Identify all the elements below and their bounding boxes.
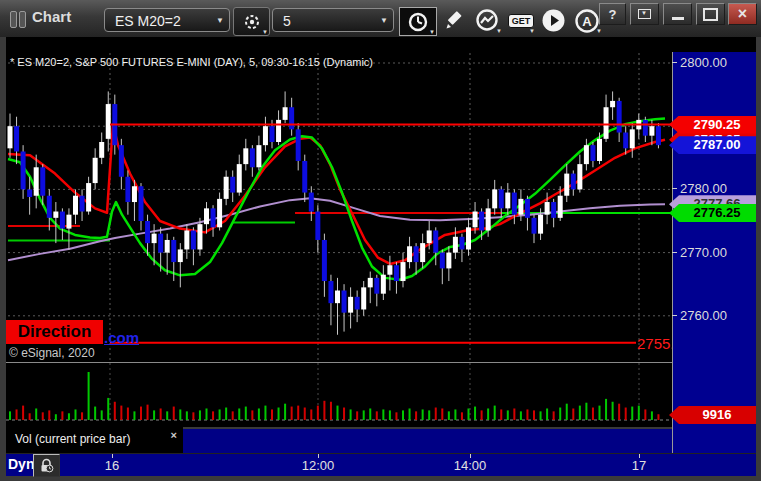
volume-study-label: Vol (current price bar) [15, 432, 130, 446]
direction-indicator-label: Direction [6, 320, 103, 344]
help-icon: ? [609, 7, 617, 22]
chevron-down-icon: ▼ [380, 9, 388, 33]
chart-window: Chart ES M20=2 ▼ ▼ 5 ▼ ▼ [0, 0, 761, 481]
time-label: 14:00 [454, 458, 487, 473]
time-label: 16 [105, 458, 119, 473]
candlestick-plot [6, 37, 672, 362]
time-label: 12:00 [302, 458, 335, 473]
interval-value: 5 [283, 13, 291, 29]
interval-combo[interactable]: 5 ▼ [272, 8, 394, 32]
chevron-down-icon: ▼ [429, 29, 435, 35]
watermark: .com [104, 329, 139, 346]
volume-tag: 9916 [669, 406, 757, 424]
volume-study-tab[interactable]: Vol (current price bar) × [6, 427, 183, 453]
chevron-down-icon: ▼ [596, 28, 602, 34]
copyright-text: © eSignal, 2020 [9, 346, 95, 360]
window-border-right [756, 37, 761, 481]
gear-icon [242, 12, 262, 32]
dynamic-mode-label: Dyn [8, 456, 34, 472]
maximize-button[interactable] [696, 3, 725, 25]
chevron-down-icon: ▼ [216, 9, 224, 33]
price-tag: 2776.25 [669, 204, 757, 222]
pencil-icon [442, 9, 466, 33]
price-axis[interactable]: 2800.002780.002770.002760.002787.852777.… [672, 52, 756, 476]
scale-lock-button[interactable] [33, 454, 60, 477]
window-title: Chart [32, 8, 71, 25]
study-row-strip [183, 429, 672, 453]
svg-text:A: A [582, 14, 592, 29]
time-label: 17 [632, 458, 646, 473]
draw-button[interactable] [439, 7, 469, 34]
chevron-down-icon: ▼ [529, 28, 535, 34]
clock-icon [407, 11, 429, 33]
chevron-down-icon: ▼ [496, 28, 502, 34]
chart-title: * ES M20=2, S&P 500 FUTURES E-MINI (DAY)… [10, 56, 373, 68]
close-study-icon[interactable]: × [171, 429, 177, 441]
get-icon: GET [508, 14, 535, 28]
time-template-button[interactable]: ▼ [399, 7, 437, 36]
settings-button[interactable]: ▼ [233, 7, 270, 36]
symbol-combo[interactable]: ES M20=2 ▼ [104, 8, 230, 32]
close-button[interactable]: × [728, 3, 757, 25]
symbol-value: ES M20=2 [115, 13, 181, 29]
play-icon [541, 8, 566, 33]
restore-icon [638, 9, 651, 19]
get-data-button[interactable]: GET ▼ [506, 7, 536, 34]
window-border-bottom [0, 476, 761, 481]
support-line-label: 2755.75 [637, 335, 672, 351]
toolbar: Chart ES M20=2 ▼ ▼ 5 ▼ ▼ [0, 0, 761, 38]
help-button[interactable]: ? [599, 3, 626, 25]
price-tag: 2787.00 [669, 136, 757, 154]
studies-button[interactable]: ▼ [471, 7, 503, 34]
volume-plot [6, 363, 672, 427]
play-button[interactable] [538, 7, 568, 34]
close-icon: × [738, 5, 747, 23]
window-icon [10, 11, 28, 26]
minimize-icon [672, 17, 684, 20]
chevron-down-icon: ▼ [262, 29, 268, 35]
time-axis[interactable]: 1612:0014:0017 [6, 453, 756, 476]
minimize-button[interactable] [663, 3, 692, 25]
price-tag: 2790.25 [669, 116, 757, 134]
lock-clock-icon [39, 458, 54, 473]
maximize-icon [703, 8, 718, 21]
restore-button[interactable] [630, 3, 659, 25]
